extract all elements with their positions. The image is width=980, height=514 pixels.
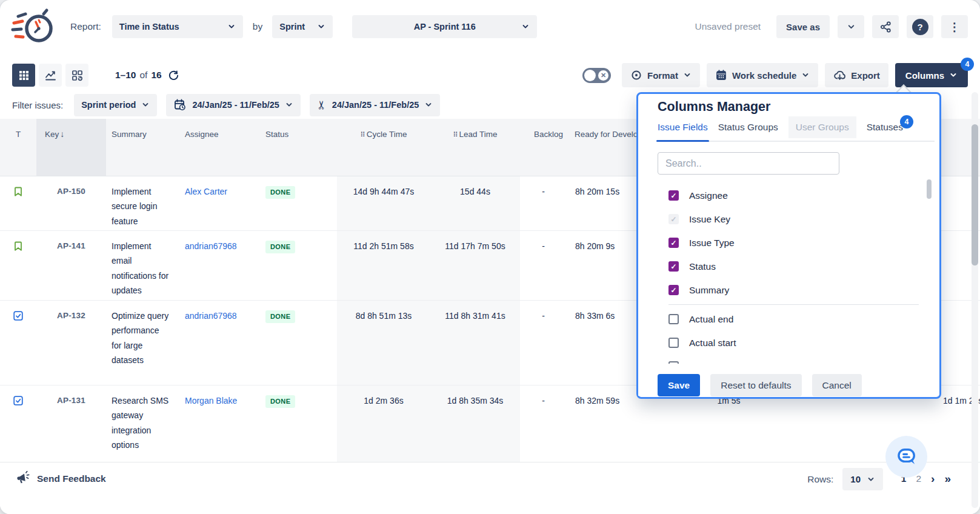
field-item-status[interactable]: Status <box>668 255 919 278</box>
checkbox-icon[interactable] <box>668 190 679 201</box>
work-schedule-button[interactable]: Work schedule <box>707 63 818 87</box>
chevron-down-icon <box>424 101 433 109</box>
issue-key: AP-132 <box>36 300 106 385</box>
rows-per-page-dropdown[interactable]: 10 <box>842 468 883 490</box>
toggle-knob <box>584 70 596 81</box>
status-badge: DONE <box>265 310 295 323</box>
assignee-link[interactable]: Morgan Blake <box>185 396 237 406</box>
columns-label: Columns <box>905 70 944 81</box>
send-feedback-button[interactable]: Send Feedback <box>16 471 106 486</box>
more-menu-button[interactable]: ⋮ <box>941 15 968 38</box>
tab-statuses[interactable]: Statuses 4 <box>867 122 903 133</box>
assignee-link[interactable]: andrian67968 <box>185 311 237 321</box>
field-item-issue-type[interactable]: Issue Type <box>668 231 919 255</box>
group-by-dropdown[interactable]: Sprint <box>272 15 333 38</box>
field-item-partial[interactable] <box>668 355 919 364</box>
rows-per-page: Rows: 10 <box>807 468 883 490</box>
backlog-cell: - <box>520 385 567 462</box>
reset-to-defaults-button[interactable]: Reset to defaults <box>710 374 801 396</box>
next-page-icon[interactable]: › <box>931 473 935 484</box>
help-button[interactable]: ? <box>907 15 933 38</box>
col-header-status[interactable]: Status <box>258 119 337 176</box>
col-header-cycle-time[interactable]: ⠿Cycle Time <box>337 119 430 176</box>
list-divider <box>668 304 919 305</box>
last-page-icon[interactable]: » <box>944 473 951 484</box>
col-header-key[interactable]: Key↓ <box>36 119 106 176</box>
pivot-table-icon <box>71 69 84 82</box>
assignee-link[interactable]: andrian67968 <box>185 241 237 251</box>
grid-view-button[interactable] <box>12 64 35 87</box>
field-item-summary[interactable]: Summary <box>668 278 919 302</box>
col-header-type[interactable]: T <box>0 119 36 176</box>
range-of: of <box>139 70 147 81</box>
col-header-backlog[interactable]: Backlog <box>520 119 567 176</box>
chart-view-button[interactable] <box>39 64 62 87</box>
save-button[interactable]: Save <box>658 374 700 396</box>
chevron-down-icon <box>949 71 958 79</box>
lead-time-cell: 11d 8h 31m 41s <box>430 300 520 385</box>
report-label: Report: <box>70 21 101 32</box>
checkbox-icon[interactable] <box>668 261 679 272</box>
checkbox-icon[interactable] <box>668 314 679 324</box>
grid-view-icon <box>19 70 29 81</box>
lead-time-cell: 1d 8h 35m 34s <box>430 385 520 462</box>
status-badge: DONE <box>265 241 295 253</box>
columns-manager-dialog: Columns Manager Issue Fields Status Grou… <box>636 92 941 399</box>
issue-key: AP-150 <box>36 176 106 230</box>
issue-type-icon <box>13 241 24 252</box>
chevron-down-icon <box>847 22 856 32</box>
col-header-lead-time[interactable]: ⠿Lead Time <box>430 119 520 176</box>
checkbox-icon[interactable] <box>668 238 679 248</box>
columns-button[interactable]: Columns 4 <box>895 63 968 87</box>
chevron-down-icon <box>227 22 236 31</box>
field-item-actual-end[interactable]: Actual end <box>668 307 919 331</box>
chat-widget-button[interactable] <box>885 436 927 478</box>
status-badge: DONE <box>265 186 295 199</box>
checkbox-icon[interactable] <box>668 338 679 348</box>
format-button[interactable]: Format <box>622 63 700 87</box>
tab-status-groups[interactable]: Status Groups <box>718 122 778 133</box>
save-options-button[interactable] <box>838 15 864 38</box>
refresh-icon[interactable] <box>168 70 179 81</box>
cycle-time-cell: 11d 2h 51m 58s <box>337 230 430 300</box>
drag-handle-icon[interactable]: ⠿ <box>453 131 457 138</box>
toggle-switch[interactable]: ✕ <box>582 68 611 83</box>
status-badge: DONE <box>265 395 295 408</box>
col-header-assignee[interactable]: Assignee <box>177 119 258 176</box>
share-button[interactable] <box>872 15 899 38</box>
rows-value: 10 <box>850 474 861 484</box>
field-label: Issue Type <box>689 238 735 249</box>
issue-type-cell <box>0 176 36 230</box>
lead-time-cell: 11d 17h 7m 50s <box>430 230 520 300</box>
col-header-summary[interactable]: Summary <box>106 119 177 176</box>
search-input[interactable] <box>658 152 839 175</box>
drag-handle-icon[interactable]: ⠿ <box>361 131 365 138</box>
export-button[interactable]: Export <box>825 63 888 87</box>
field-label: Actual start <box>689 338 736 349</box>
save-as-button[interactable]: Save as <box>776 15 830 38</box>
dialog-scrollbar-thumb[interactable] <box>927 179 932 199</box>
assignee-cell: Morgan Blake <box>177 385 258 462</box>
tab-issue-fields[interactable]: Issue Fields <box>658 122 708 133</box>
page-scrollbar-thumb[interactable] <box>972 124 978 265</box>
period-dropdown[interactable]: Sprint period <box>74 94 157 116</box>
work-schedule-label: Work schedule <box>732 70 796 81</box>
sprint-value: AP - Sprint 116 <box>414 22 476 32</box>
trim-dates-dropdown[interactable]: ✂ 24/Jan/25 - 11/Feb/25 <box>310 94 440 116</box>
statuses-count-badge: 4 <box>900 115 913 128</box>
chevron-down-icon <box>317 22 325 31</box>
report-type-dropdown[interactable]: Time in Status <box>112 15 243 38</box>
field-item-issue-key: Issue Key <box>668 207 919 231</box>
sprint-dates-dropdown[interactable]: 24/Jan/25 - 11/Feb/25 <box>166 94 300 116</box>
field-item-assignee[interactable]: Assignee <box>668 184 919 207</box>
cancel-button[interactable]: Cancel <box>812 374 862 396</box>
sprint-dropdown[interactable]: AP - Sprint 116 <box>352 15 537 38</box>
field-list: Assignee Issue Key Issue Type Status Sum… <box>668 184 919 364</box>
field-item-actual-start[interactable]: Actual start <box>668 331 919 355</box>
issue-type-icon <box>13 310 24 321</box>
tab-user-groups: User Groups <box>788 116 856 138</box>
checkbox-icon[interactable] <box>668 285 679 295</box>
pivot-view-button[interactable] <box>65 64 88 87</box>
assignee-link[interactable]: Alex Carter <box>185 187 227 196</box>
cycle-time-cell: 14d 9h 44m 47s <box>337 176 430 230</box>
